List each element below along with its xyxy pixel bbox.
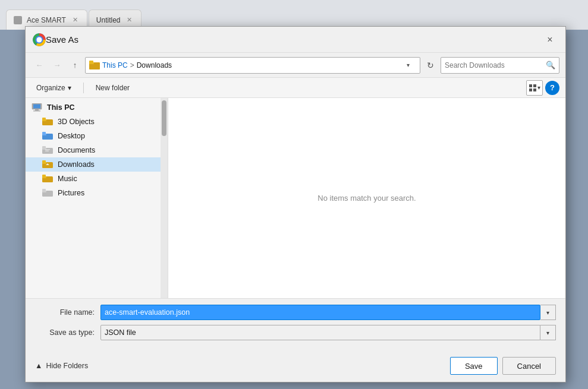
search-icon[interactable]: 🔍 (546, 61, 555, 69)
hide-folders-button[interactable]: ▲ Hide Folders (35, 362, 88, 370)
folder-desktop-icon (42, 132, 53, 140)
svg-rect-6 (529, 84, 532, 87)
folder-address-icon (89, 61, 100, 69)
dialog-title-bar: Save As × (26, 27, 565, 53)
svg-rect-7 (533, 84, 536, 87)
svg-rect-23 (45, 149, 50, 150)
filename-label: File name: (35, 308, 100, 317)
filename-value: ace-smart-evaluation.json (105, 308, 190, 317)
filename-input-selected[interactable]: ace-smart-evaluation.json (100, 305, 540, 320)
sidebar-label-this-pc: This PC (47, 103, 75, 112)
view-grid-icon (529, 84, 536, 91)
content-area: This PC 3D Objects Desktop (26, 98, 565, 298)
dialog-toolbar: ← → ↑ This PC > Downloads ▾ ↻ (26, 53, 565, 78)
forward-button[interactable]: → (49, 58, 65, 73)
svg-rect-13 (33, 110, 40, 112)
sidebar-label-downloads: Downloads (58, 160, 95, 169)
svg-point-2 (37, 37, 42, 42)
filetype-dropdown[interactable]: ▾ (540, 325, 556, 340)
dialog-title: Save As (46, 34, 542, 45)
svg-rect-19 (42, 132, 46, 134)
new-folder-label: New folder (96, 84, 130, 92)
tab-close-ace[interactable]: ✕ (71, 15, 80, 24)
sidebar-item-music[interactable]: Music (26, 172, 168, 186)
svg-rect-9 (533, 88, 536, 91)
computer-icon (32, 103, 42, 112)
view-toggle-button[interactable]: ▾ (526, 80, 543, 96)
svg-rect-11 (33, 105, 40, 109)
svg-rect-31 (42, 175, 46, 177)
svg-rect-22 (42, 146, 46, 148)
breadcrumb-root[interactable]: This PC (102, 61, 128, 69)
filetype-input[interactable] (100, 325, 540, 340)
breadcrumb: This PC > Downloads (102, 61, 404, 69)
folder-3d-icon (42, 118, 53, 126)
sidebar-item-downloads[interactable]: Downloads (26, 157, 168, 172)
cancel-button[interactable]: Cancel (502, 357, 556, 375)
folder-downloads-icon (42, 160, 53, 169)
action-bar: Organize ▾ New folder ▾ ? (26, 78, 565, 98)
refresh-button[interactable]: ↻ (423, 58, 438, 73)
sidebar-label-documents: Documents (58, 146, 95, 154)
filetype-container: ▾ (100, 325, 556, 340)
browser-chrome: Ace SMART ✕ Untitled ✕ (0, 0, 588, 30)
breadcrumb-current: Downloads (137, 61, 172, 69)
filename-dropdown[interactable]: ▾ (540, 305, 556, 320)
bottom-panel: File name: ace-smart-evaluation.json ▾ S… (26, 298, 565, 351)
hide-folders-label: Hide Folders (46, 362, 88, 370)
footer-action-buttons: Save Cancel (450, 357, 556, 375)
tab-close-untitled[interactable]: ✕ (125, 15, 134, 24)
svg-rect-8 (529, 88, 532, 91)
action-separator (83, 83, 84, 93)
back-button[interactable]: ← (32, 58, 47, 73)
filetype-label: Save as type: (35, 328, 100, 337)
search-input[interactable] (445, 61, 543, 69)
svg-rect-27 (42, 160, 46, 163)
dialog-footer: ▲ Hide Folders Save Cancel (26, 351, 565, 382)
folder-music-icon (42, 175, 53, 183)
tab-label: Ace SMART (27, 16, 66, 24)
organize-button[interactable]: Organize ▾ (32, 82, 76, 94)
help-button[interactable]: ? (545, 81, 559, 95)
view-dropdown-arrow[interactable]: ▾ (537, 84, 540, 91)
new-folder-button[interactable]: New folder (91, 82, 134, 94)
view-controls: ▾ ? (526, 80, 559, 96)
sidebar-scrollbar[interactable] (161, 98, 168, 298)
sidebar-item-documents[interactable]: Documents (26, 143, 168, 157)
svg-rect-24 (45, 151, 49, 152)
organize-arrow: ▾ (68, 84, 71, 92)
empty-message: No items match your search. (317, 194, 416, 203)
sidebar-item-pictures[interactable]: Pictures (26, 186, 168, 200)
file-list-area: No items match your search. (168, 98, 565, 298)
tab-favicon (14, 16, 22, 24)
svg-rect-34 (42, 189, 46, 191)
breadcrumb-sep1: > (130, 61, 134, 69)
filename-container: ace-smart-evaluation.json ▾ (100, 305, 556, 320)
dialog-close-button[interactable]: × (542, 31, 558, 48)
sidebar-item-desktop[interactable]: Desktop (26, 129, 168, 143)
address-bar[interactable]: This PC > Downloads ▾ (85, 57, 420, 74)
organize-label: Organize (36, 84, 65, 92)
sidebar-label-music: Music (58, 175, 77, 183)
address-dropdown-arrow[interactable]: ▾ (407, 62, 416, 68)
save-as-dialog: Save As × ← → ↑ This PC > Downloads ▾ (25, 26, 566, 382)
tab-label-untitled: Untitled (96, 16, 121, 24)
folder-docs-icon (42, 146, 53, 154)
filename-row: File name: ace-smart-evaluation.json ▾ (35, 305, 556, 320)
sidebar: This PC 3D Objects Desktop (26, 98, 168, 298)
sidebar-label-desktop: Desktop (58, 132, 85, 140)
save-button[interactable]: Save (450, 357, 498, 375)
sidebar-item-this-pc[interactable]: This PC (26, 100, 168, 115)
svg-rect-16 (42, 118, 46, 120)
folder-pictures-icon (42, 189, 53, 197)
search-box[interactable]: 🔍 (441, 57, 559, 74)
chrome-logo (33, 33, 46, 46)
sidebar-item-3d-objects[interactable]: 3D Objects (26, 115, 168, 129)
filetype-row: Save as type: ▾ (35, 325, 556, 340)
scrollbar-thumb[interactable] (162, 100, 166, 136)
sidebar-label-3d-objects: 3D Objects (58, 118, 95, 126)
up-button[interactable]: ↑ (67, 58, 83, 73)
hide-folders-icon: ▲ (35, 362, 42, 370)
svg-rect-12 (35, 109, 39, 110)
sidebar-label-pictures: Pictures (58, 189, 84, 197)
